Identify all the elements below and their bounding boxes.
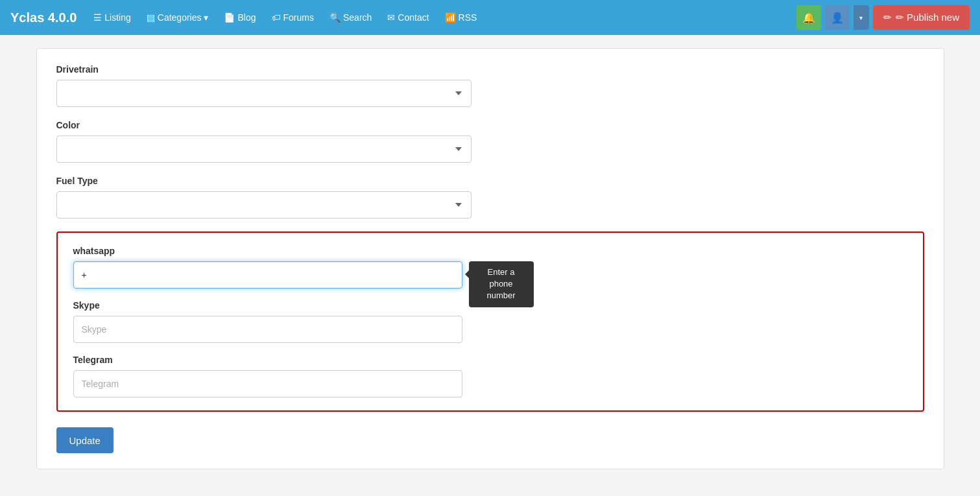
update-button[interactable]: Update — [56, 427, 114, 453]
rss-icon: 📶 — [445, 12, 456, 23]
nav-rss[interactable]: 📶 RSS — [438, 8, 484, 27]
telegram-label: Telegram — [73, 355, 907, 365]
drivetrain-select[interactable] — [56, 80, 472, 107]
form-section: Drivetrain Color Fuel Type whatsapp Ente… — [36, 48, 944, 469]
notifications-button[interactable]: 🔔 — [796, 5, 821, 30]
listing-icon: ☰ — [93, 12, 102, 23]
chevron-down-icon: ▾ — [204, 12, 208, 23]
messaging-section: whatsapp Enter a phone number Skype Tele… — [56, 231, 924, 412]
brand: Yclas 4.0.0 — [10, 10, 77, 25]
user-icon: 👤 — [831, 12, 844, 24]
telegram-input[interactable] — [73, 370, 462, 397]
color-label: Color — [56, 120, 924, 130]
whatsapp-label: whatsapp — [73, 246, 907, 256]
bell-icon: 🔔 — [802, 12, 815, 24]
skype-input[interactable] — [73, 316, 462, 343]
drivetrain-group: Drivetrain — [56, 64, 924, 107]
chevron-down-icon: ▾ — [859, 14, 863, 21]
whatsapp-group: whatsapp Enter a phone number — [73, 246, 907, 289]
nav-contact[interactable]: ✉ Contact — [381, 8, 435, 27]
nav-forums[interactable]: 🏷 Forums — [265, 8, 320, 27]
user-dropdown-button[interactable]: ▾ — [854, 5, 869, 30]
color-group: Color — [56, 120, 924, 163]
whatsapp-input-wrapper: Enter a phone number — [73, 261, 462, 289]
drivetrain-label: Drivetrain — [56, 64, 924, 75]
fuel-type-group: Fuel Type — [56, 176, 924, 218]
fuel-type-label: Fuel Type — [56, 176, 924, 186]
search-icon: 🔍 — [329, 12, 341, 23]
navbar-right: 🔔 👤 ▾ ✏ ✏ Publish new — [796, 5, 970, 30]
whatsapp-input[interactable] — [73, 261, 462, 289]
fuel-type-select[interactable] — [56, 191, 472, 218]
telegram-group: Telegram — [73, 355, 907, 397]
nav-blog[interactable]: 📄 Blog — [217, 8, 262, 27]
whatsapp-tooltip: Enter a phone number — [469, 261, 534, 307]
user-button[interactable]: 👤 — [825, 5, 850, 30]
nav-search[interactable]: 🔍 Search — [323, 8, 378, 27]
navbar: Yclas 4.0.0 ☰ Listing ▤ Categories ▾ 📄 B… — [0, 0, 980, 35]
categories-icon: ▤ — [147, 12, 155, 23]
contact-icon: ✉ — [387, 12, 395, 23]
page-content: Drivetrain Color Fuel Type whatsapp Ente… — [17, 35, 964, 482]
blog-icon: 📄 — [224, 12, 235, 23]
publish-new-button[interactable]: ✏ ✏ Publish new — [873, 5, 970, 30]
tag-icon: 🏷 — [272, 12, 281, 23]
nav-listing[interactable]: ☰ Listing — [87, 8, 137, 27]
nav-categories[interactable]: ▤ Categories ▾ — [140, 8, 215, 27]
color-select[interactable] — [56, 136, 472, 163]
pencil-icon: ✏ — [883, 12, 892, 23]
